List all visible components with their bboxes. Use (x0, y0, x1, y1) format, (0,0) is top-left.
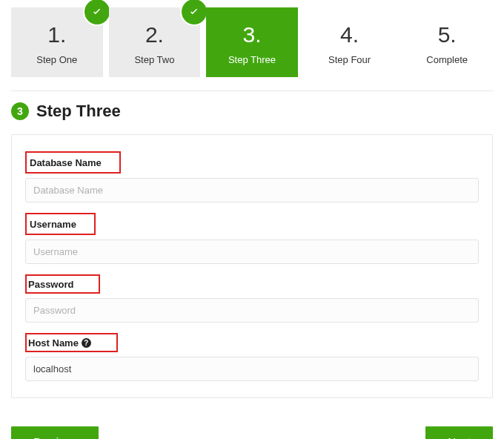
field-label: Host Name ? (28, 337, 91, 349)
highlight-box: Database Name (25, 151, 121, 174)
highlight-box: Username (25, 213, 96, 235)
page-title: Step Three (36, 102, 121, 121)
database-name-input[interactable] (25, 178, 479, 202)
step-label: Complete (405, 54, 488, 65)
field-database-name: Database Name (25, 151, 479, 202)
field-username: Username (25, 213, 479, 264)
step-complete[interactable]: 5. Complete (401, 7, 493, 77)
divider (11, 90, 493, 91)
highlight-box: Host Name ? (25, 333, 118, 352)
form-panel: Database Name Username Password Host Nam… (11, 134, 493, 398)
field-label: Username (30, 219, 76, 230)
step-label: Step Four (308, 54, 391, 65)
step-number: 5. (405, 22, 488, 47)
username-input[interactable] (25, 240, 479, 264)
step-one[interactable]: 1. Step One (11, 7, 103, 77)
step-two[interactable]: 2. Step Two (109, 7, 201, 77)
next-button[interactable]: Next (425, 426, 493, 439)
field-label: Password (28, 279, 73, 290)
question-circle-icon[interactable]: ? (82, 338, 91, 348)
field-label-text: Host Name (28, 337, 79, 349)
wizard-actions: Previous Next (11, 426, 493, 439)
step-four[interactable]: 4. Step Four (304, 7, 396, 77)
field-label: Database Name (30, 157, 102, 168)
field-host-name: Host Name ? (25, 333, 479, 381)
step-number: 4. (308, 22, 391, 47)
step-label: Step One (16, 54, 99, 65)
wizard-stepper: 1. Step One 2. Step Two 3. Step Three 4.… (11, 7, 493, 77)
step-label: Step Two (113, 54, 196, 65)
step-number: 1. (16, 22, 99, 47)
highlight-box: Password (25, 274, 100, 294)
step-number: 2. (113, 22, 196, 47)
check-circle-icon (182, 0, 207, 24)
check-circle-icon (84, 0, 110, 24)
previous-button[interactable]: Previous (11, 426, 99, 439)
step-number: 3. (210, 22, 294, 47)
field-password: Password (25, 274, 479, 323)
step-badge: 3 (11, 102, 29, 120)
host-name-input[interactable] (25, 357, 479, 381)
password-input[interactable] (25, 298, 479, 323)
section-header: 3 Step Three (11, 102, 493, 121)
step-label: Step Three (210, 54, 294, 65)
step-three[interactable]: 3. Step Three (206, 7, 298, 77)
